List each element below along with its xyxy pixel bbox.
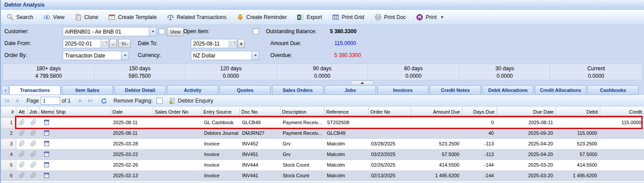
- cell-memo[interactable]: [39, 149, 54, 160]
- paperclip-icon[interactable]: [30, 121, 37, 126]
- cell-description[interactable]: Grv: [280, 138, 324, 149]
- tab-item-sales[interactable]: Item Sales: [62, 85, 113, 95]
- cell-due-date[interactable]: 2025-09-20: [496, 128, 556, 138]
- collapse-panel-handle[interactable]: [351, 80, 374, 84]
- column-header-due-date[interactable]: Due Date: [496, 107, 556, 117]
- toolbar-button-view[interactable]: View: [40, 12, 68, 22]
- cell-job[interactable]: [27, 160, 39, 170]
- cell-reference[interactable]: Malcolm: [324, 149, 368, 160]
- memo-icon[interactable]: [43, 142, 50, 148]
- column-header-doc-no[interactable]: Doc No: [239, 107, 280, 117]
- toolbar-button-clone[interactable]: Clone: [71, 12, 102, 22]
- cell-due-date[interactable]: 2025-04-20: [496, 149, 556, 160]
- cell-due-date[interactable]: 2025-03-20: [496, 170, 556, 181]
- toolbar-button-create-template[interactable]: Create Template: [105, 12, 160, 22]
- cell-credit[interactable]: 115.0000: [600, 117, 644, 128]
- toolbar-button-export[interactable]: XExport: [293, 12, 326, 22]
- paperclip-icon[interactable]: [30, 153, 37, 158]
- cell-date[interactable]: 2025-03-22: [110, 149, 153, 160]
- cell-order-no[interactable]: 03/28/2025: [368, 138, 411, 149]
- cell-amount-due[interactable]: [411, 128, 462, 138]
- column-header-att[interactable]: Att: [16, 107, 27, 117]
- cell-amount-due[interactable]: 57.5000: [411, 149, 462, 160]
- paperclip-icon[interactable]: [19, 153, 25, 158]
- calendar-icon[interactable]: [229, 39, 237, 48]
- cell-description[interactable]: Payment Receiv...: [280, 128, 324, 138]
- cell-debit[interactable]: 115.0000: [556, 128, 600, 138]
- cell-doc-no[interactable]: INV444: [239, 160, 280, 170]
- column-header-ship[interactable]: Ship: [54, 107, 110, 117]
- column-header-job-al[interactable]: Job Al: [27, 107, 39, 117]
- remove-paging-checkbox[interactable]: [156, 98, 163, 104]
- tab-activity[interactable]: Activity: [167, 85, 218, 95]
- cell-description[interactable]: Stock Count: [280, 170, 324, 181]
- tab-jobs[interactable]: Jobs: [325, 85, 376, 95]
- chevron-down-icon[interactable]: [121, 51, 129, 60]
- paperclip-icon[interactable]: [19, 142, 25, 148]
- column-header-[interactable]: #: [1, 107, 16, 117]
- memo-icon[interactable]: [43, 132, 50, 137]
- cell-debit[interactable]: 414.5500: [556, 160, 600, 170]
- cell-order-no[interactable]: 02/13/2025: [368, 170, 411, 181]
- date-to-field[interactable]: [191, 39, 237, 48]
- cell-ship[interactable]: [54, 149, 110, 160]
- column-header-memo[interactable]: Memo: [39, 107, 54, 117]
- last-page-button[interactable]: [86, 97, 94, 105]
- cell-date[interactable]: 2025-02-13: [110, 170, 153, 181]
- cell-sales-order-no[interactable]: [153, 170, 201, 181]
- date-from-input[interactable]: [63, 39, 101, 48]
- cell-credit[interactable]: [600, 170, 644, 181]
- cell-att[interactable]: [16, 149, 27, 160]
- paperclip-icon[interactable]: [19, 164, 25, 169]
- table-row[interactable]: 52025-02-26InvoiceINV444Stock CountMalco…: [1, 160, 644, 170]
- tab-invoices[interactable]: Invoices: [377, 85, 428, 95]
- column-header-order-no[interactable]: Order No: [368, 107, 411, 117]
- cell-att[interactable]: [16, 117, 27, 128]
- table-row[interactable]: 42025-03-22InvoiceINV451GrvMalcolm03/22/…: [1, 149, 644, 160]
- cell-ship[interactable]: [54, 128, 110, 138]
- cell-days-due[interactable]: -144: [462, 160, 496, 170]
- paperclip-icon[interactable]: [19, 121, 25, 126]
- cell-date[interactable]: 2025-03-28: [110, 138, 153, 149]
- cell-att[interactable]: [16, 160, 27, 170]
- date-to-input[interactable]: [191, 39, 229, 48]
- paperclip-icon[interactable]: [30, 142, 37, 148]
- cell-doc-no[interactable]: INV441: [239, 170, 280, 181]
- cell-due-date[interactable]: 2025-08-11: [496, 117, 556, 128]
- cell-sales-order-no[interactable]: [153, 160, 201, 170]
- chevron-down-icon[interactable]: [149, 27, 157, 36]
- cell-doc-no[interactable]: GLCB49: [239, 117, 280, 128]
- cell-att[interactable]: [16, 128, 27, 138]
- open-item-checkbox[interactable]: [253, 28, 259, 34]
- toolbar-button-search[interactable]: Search: [3, 12, 37, 22]
- cell-job[interactable]: [27, 149, 39, 160]
- table-row[interactable]: 22025-08-11Debtors JournalDMJRN27Payment…: [1, 128, 644, 138]
- customer-input[interactable]: [63, 27, 149, 36]
- cell-due-date[interactable]: 2025-04-20: [496, 138, 556, 149]
- currency-input[interactable]: [191, 51, 251, 60]
- cell-memo[interactable]: [39, 160, 54, 170]
- cell-order-no[interactable]: 03/22/2025: [368, 149, 411, 160]
- column-header-days-due[interactable]: Days Due: [462, 107, 496, 117]
- cell-order-no[interactable]: 02/26/2025: [368, 160, 411, 170]
- cell-job[interactable]: [27, 170, 39, 181]
- cell-order-no[interactable]: [368, 128, 411, 138]
- cell-job[interactable]: [27, 117, 39, 128]
- cell-amount-due[interactable]: 1 495.6200: [411, 170, 462, 181]
- cell-doc-no[interactable]: DMJRN27: [239, 128, 280, 138]
- column-header-debit[interactable]: Debit: [556, 107, 600, 117]
- customer-combo[interactable]: [63, 27, 157, 36]
- cell-date[interactable]: 2025-08-11: [110, 117, 153, 128]
- currency-select[interactable]: [191, 51, 259, 60]
- cell-reference[interactable]: GLCB49: [324, 128, 368, 138]
- cell-days-due[interactable]: -144: [462, 170, 496, 181]
- date-from-year-button[interactable]: Yr-: [118, 39, 131, 48]
- cell-debit[interactable]: [556, 117, 600, 128]
- tab-cashbooks[interactable]: Cashbooks: [587, 85, 639, 95]
- first-page-button[interactable]: [3, 97, 11, 105]
- cell-debit[interactable]: 57.5000: [556, 149, 600, 160]
- debtor-enquiry-icon[interactable]: [168, 97, 176, 105]
- paperclip-icon[interactable]: [19, 174, 25, 179]
- cell-credit[interactable]: [600, 149, 644, 160]
- cell-job[interactable]: [27, 138, 39, 149]
